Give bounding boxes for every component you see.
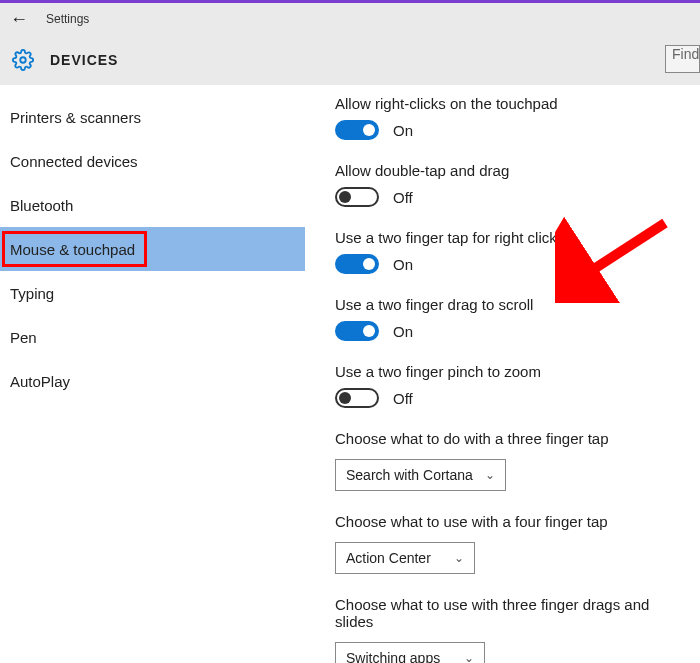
dropdown-value: Search with Cortana	[346, 467, 473, 483]
toggle-allow-right-clicks[interactable]	[335, 120, 379, 140]
sidebar-item-label: Connected devices	[10, 153, 138, 170]
sidebar-item-autoplay[interactable]: AutoPlay	[0, 359, 305, 403]
toggle-allow-double-tap-drag[interactable]	[335, 187, 379, 207]
sidebar-item-mouse-touchpad[interactable]: Mouse & touchpad	[0, 227, 305, 271]
sidebar: Printers & scanners Connected devices Bl…	[0, 85, 305, 663]
setting-three-finger-tap: Choose what to do with a three finger ta…	[335, 430, 682, 491]
gear-icon	[12, 49, 34, 71]
header: DEVICES Find	[0, 35, 700, 85]
dropdown-four-finger-tap[interactable]: Action Center ⌄	[335, 542, 475, 574]
toggle-state-text: On	[393, 256, 413, 273]
sidebar-item-printers-scanners[interactable]: Printers & scanners	[0, 95, 305, 139]
dropdown-three-finger-tap[interactable]: Search with Cortana ⌄	[335, 459, 506, 491]
setting-label: Allow right-clicks on the touchpad	[335, 95, 682, 112]
toggle-state-text: On	[393, 122, 413, 139]
sidebar-item-label: Printers & scanners	[10, 109, 141, 126]
dropdown-value: Action Center	[346, 550, 431, 566]
setting-label: Choose what to use with a four finger ta…	[335, 513, 682, 530]
setting-label: Choose what to do with a three finger ta…	[335, 430, 682, 447]
setting-allow-right-clicks: Allow right-clicks on the touchpad On	[335, 95, 682, 140]
setting-label: Use a two finger tap for right click	[335, 229, 682, 246]
sidebar-item-typing[interactable]: Typing	[0, 271, 305, 315]
sidebar-item-label: Bluetooth	[10, 197, 73, 214]
setting-two-finger-tap-right-click: Use a two finger tap for right click On	[335, 229, 682, 274]
setting-label: Use a two finger pinch to zoom	[335, 363, 682, 380]
setting-allow-double-tap-drag: Allow double-tap and drag Off	[335, 162, 682, 207]
content-pane: Allow right-clicks on the touchpad On Al…	[305, 85, 700, 663]
toggle-two-finger-pinch-zoom[interactable]	[335, 388, 379, 408]
setting-three-finger-drags: Choose what to use with three finger dra…	[335, 596, 682, 663]
toggle-two-finger-drag-scroll[interactable]	[335, 321, 379, 341]
setting-label: Allow double-tap and drag	[335, 162, 682, 179]
sidebar-item-label: AutoPlay	[10, 373, 70, 390]
chevron-down-icon: ⌄	[485, 468, 495, 482]
chevron-down-icon: ⌄	[454, 551, 464, 565]
sidebar-item-bluetooth[interactable]: Bluetooth	[0, 183, 305, 227]
page-title: DEVICES	[50, 52, 118, 68]
setting-label: Choose what to use with three finger dra…	[335, 596, 682, 630]
search-input[interactable]: Find	[665, 45, 700, 73]
svg-point-0	[20, 57, 26, 63]
window-title: Settings	[46, 12, 89, 26]
toggle-two-finger-tap-right-click[interactable]	[335, 254, 379, 274]
sidebar-item-connected-devices[interactable]: Connected devices	[0, 139, 305, 183]
dropdown-three-finger-drags[interactable]: Switching apps ⌄	[335, 642, 485, 663]
setting-label: Use a two finger drag to scroll	[335, 296, 682, 313]
back-icon[interactable]: ←	[10, 9, 34, 30]
setting-four-finger-tap: Choose what to use with a four finger ta…	[335, 513, 682, 574]
dropdown-value: Switching apps	[346, 650, 440, 663]
chevron-down-icon: ⌄	[464, 651, 474, 663]
sidebar-item-label: Typing	[10, 285, 54, 302]
sidebar-item-label: Mouse & touchpad	[10, 241, 135, 258]
toggle-state-text: Off	[393, 390, 413, 407]
toggle-state-text: Off	[393, 189, 413, 206]
toggle-state-text: On	[393, 323, 413, 340]
setting-two-finger-drag-scroll: Use a two finger drag to scroll On	[335, 296, 682, 341]
titlebar: ← Settings	[0, 3, 700, 35]
setting-two-finger-pinch-zoom: Use a two finger pinch to zoom Off	[335, 363, 682, 408]
sidebar-item-pen[interactable]: Pen	[0, 315, 305, 359]
sidebar-item-label: Pen	[10, 329, 37, 346]
